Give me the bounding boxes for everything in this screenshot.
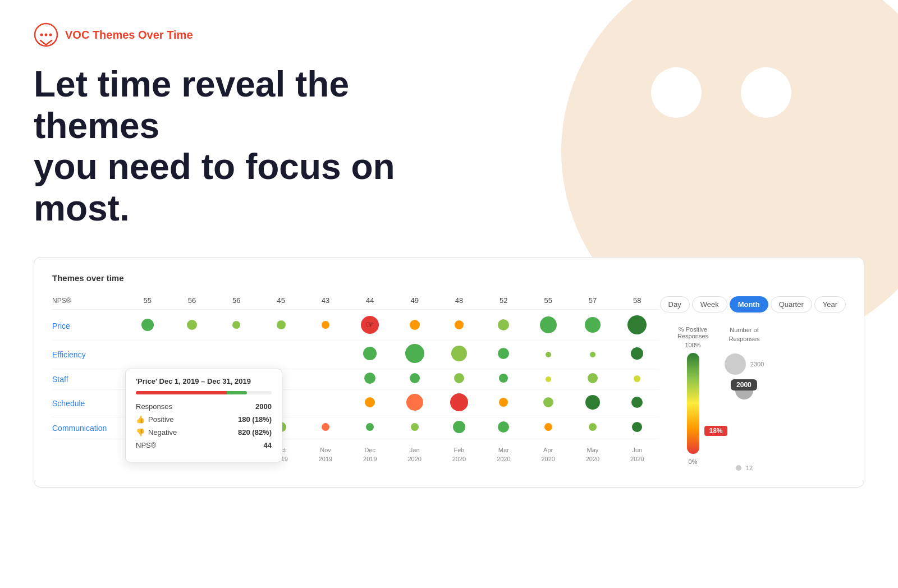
- bubble-cell-staff-6[interactable]: [392, 373, 437, 385]
- bubble-cell-staff-11[interactable]: [615, 374, 659, 384]
- x-label-4: Nov2019: [303, 446, 347, 463]
- bubble-communication-7: [453, 421, 465, 433]
- bubble-staff-9: [546, 376, 551, 382]
- bubble-cell-price-7[interactable]: [437, 320, 481, 332]
- bubble-cell-price-1[interactable]: [169, 320, 214, 332]
- theme-label-staff[interactable]: Staff: [52, 375, 125, 384]
- bubble-price-1: [187, 320, 197, 330]
- bubble-price-3: [277, 320, 286, 329]
- bubble-cell-staff-9[interactable]: [526, 374, 570, 384]
- chart-right: Day Week Month Quarter Year % PositiveRe…: [677, 296, 846, 471]
- chart-main: NPS® 55 56 56 45 43 44 49 48 52 55 57 58…: [52, 296, 659, 471]
- bubble-cell-price-8[interactable]: [482, 319, 526, 333]
- bubble-price-0: [141, 319, 154, 331]
- tooltip-title: 'Price' Dec 1, 2019 – Dec 31, 2019: [136, 377, 272, 385]
- bubble-schedule-11: [631, 397, 643, 408]
- x-label-6: Jan2020: [392, 446, 437, 463]
- bubble-cell-price-5[interactable]: ☞: [348, 316, 392, 336]
- bubble-price-6: [410, 320, 420, 330]
- bubble-cell-price-4[interactable]: [303, 321, 347, 331]
- nps-val-10: 57: [570, 296, 615, 305]
- bubble-cell-schedule-8[interactable]: [482, 398, 526, 409]
- x-label-8: Mar2020: [482, 446, 526, 463]
- theme-label-communication[interactable]: Communication: [52, 424, 125, 433]
- time-btn-quarter[interactable]: Quarter: [771, 296, 812, 313]
- size-tooltip-2000: 2000: [731, 379, 757, 391]
- svg-point-1: [40, 34, 43, 36]
- theme-label-efficiency[interactable]: Efficiency: [52, 350, 125, 359]
- bubble-cell-efficiency-11[interactable]: [615, 347, 659, 362]
- bubble-price-2: [232, 321, 240, 329]
- bubble-communication-6: [411, 423, 419, 431]
- bubble-cell-schedule-10[interactable]: [570, 395, 615, 412]
- thumbs-up-icon: 👍: [136, 415, 145, 424]
- bubble-schedule-5: [365, 397, 375, 407]
- tooltip-row-positive: 👍 Positive 180 (18%): [136, 415, 272, 424]
- bubble-cell-communication-7[interactable]: [437, 421, 481, 435]
- size-legend-2300: 2300: [725, 353, 764, 375]
- nps-val-11: 58: [615, 296, 659, 305]
- pct-100-label: 100%: [685, 342, 700, 348]
- bubble-cell-communication-9[interactable]: [526, 423, 570, 433]
- tooltip-row-nps: NPS® 44: [136, 441, 272, 449]
- bubble-efficiency-8: [498, 348, 509, 359]
- bubble-communication-5: [366, 423, 374, 431]
- time-btn-month[interactable]: Month: [730, 296, 768, 313]
- time-btn-week[interactable]: Week: [692, 296, 727, 313]
- bubble-cell-schedule-9[interactable]: [526, 397, 570, 410]
- bubble-communication-9: [544, 423, 552, 431]
- bubble-cell-price-0[interactable]: [125, 319, 169, 333]
- bubble-cell-price-10[interactable]: [570, 317, 615, 335]
- nps-val-6: 49: [392, 296, 437, 305]
- bubble-cell-communication-8[interactable]: [482, 421, 526, 435]
- bubble-cell-efficiency-5[interactable]: [348, 347, 392, 362]
- x-label-11: Jun2020: [615, 446, 659, 463]
- bubble-cell-schedule-6[interactable]: [392, 394, 437, 413]
- nps-val-0: 55: [125, 296, 169, 305]
- bubble-cell-price-3[interactable]: [259, 320, 303, 332]
- time-btn-day[interactable]: Day: [660, 296, 690, 313]
- svg-point-2: [45, 34, 48, 36]
- bubble-cell-schedule-7[interactable]: [437, 393, 481, 414]
- bubble-staff-7: [454, 373, 464, 383]
- bubble-staff-8: [499, 374, 508, 383]
- bubble-cell-price-11[interactable]: [615, 315, 659, 337]
- bubble-cell-price-6[interactable]: [392, 320, 437, 332]
- pct-0-label: 0%: [689, 458, 698, 465]
- bubble-cell-staff-10[interactable]: [570, 373, 615, 385]
- bubble-communication-4: [322, 423, 329, 431]
- bubble-cell-price-2[interactable]: [214, 321, 259, 331]
- bubble-efficiency-5: [363, 347, 377, 360]
- bubble-cell-staff-8[interactable]: [482, 374, 526, 385]
- bubble-staff-10: [588, 373, 598, 383]
- bubble-staff-5: [364, 373, 375, 384]
- nps-val-1: 56: [169, 296, 214, 305]
- bubble-cell-communication-4[interactable]: [303, 423, 347, 433]
- bubble-cell-efficiency-8[interactable]: [482, 348, 526, 361]
- theme-label-schedule[interactable]: Schedule: [52, 399, 125, 408]
- bubble-cell-communication-10[interactable]: [570, 423, 615, 433]
- size-scale: Number ofResponses 2300 2000: [722, 326, 767, 471]
- bubble-cell-staff-5[interactable]: [348, 373, 392, 386]
- color-scale: % PositiveResponses 100% 18% 0%: [677, 326, 708, 465]
- bubble-cell-efficiency-10[interactable]: [570, 350, 615, 360]
- size-label-12: 12: [746, 465, 753, 471]
- bubble-cell-efficiency-7[interactable]: [437, 346, 481, 364]
- bubble-cell-price-9[interactable]: [526, 316, 570, 336]
- bubble-cell-communication-11[interactable]: [615, 422, 659, 434]
- time-btn-year[interactable]: Year: [814, 296, 846, 313]
- size-legend-2000: 2000: [735, 382, 753, 399]
- bubble-cell-communication-6[interactable]: [392, 423, 437, 433]
- page-header: VOC Themes Over Time: [34, 22, 864, 47]
- theme-label-price[interactable]: Price: [52, 321, 125, 330]
- bubble-cell-efficiency-9[interactable]: [526, 350, 570, 360]
- bubble-cell-schedule-11[interactable]: [615, 397, 659, 410]
- tooltip: 'Price' Dec 1, 2019 – Dec 31, 2019 Respo…: [125, 369, 282, 462]
- bubble-price-11: [627, 315, 647, 334]
- bubble-cell-staff-7[interactable]: [437, 373, 481, 385]
- bubble-cell-efficiency-6[interactable]: [392, 344, 437, 365]
- bubble-price-9: [540, 316, 557, 333]
- bubble-cell-schedule-5[interactable]: [348, 397, 392, 410]
- bubble-cell-communication-5[interactable]: [348, 423, 392, 433]
- nps-val-9: 55: [526, 296, 570, 305]
